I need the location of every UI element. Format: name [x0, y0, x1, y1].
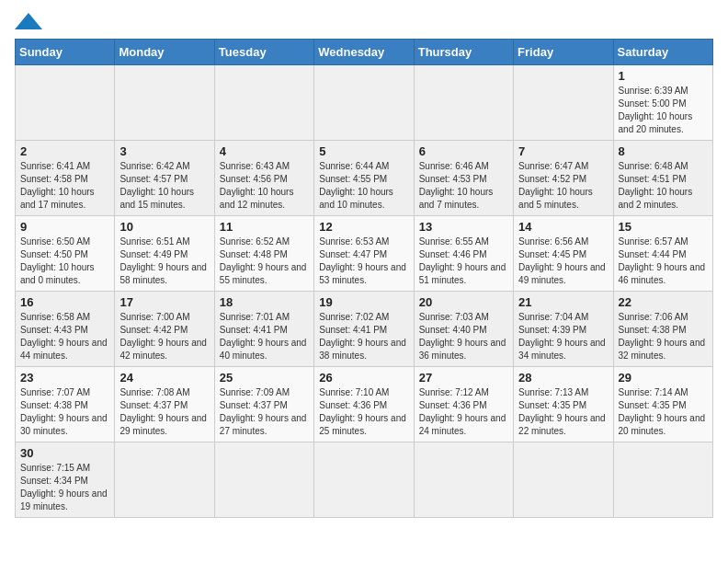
week-row-3: 9Sunrise: 6:50 AM Sunset: 4:50 PM Daylig… — [16, 216, 713, 292]
day-info: Sunrise: 7:07 AM Sunset: 4:38 PM Dayligh… — [20, 386, 109, 438]
calendar-cell: 9Sunrise: 6:50 AM Sunset: 4:50 PM Daylig… — [16, 216, 115, 292]
page: SundayMondayTuesdayWednesdayThursdayFrid… — [0, 0, 728, 533]
calendar-cell — [214, 442, 313, 518]
day-number: 15 — [619, 220, 708, 234]
calendar-cell — [514, 65, 613, 141]
calendar-cell: 10Sunrise: 6:51 AM Sunset: 4:49 PM Dayli… — [115, 216, 214, 292]
calendar-cell — [314, 65, 414, 141]
calendar-cell: 27Sunrise: 7:12 AM Sunset: 4:36 PM Dayli… — [414, 367, 513, 442]
day-info: Sunrise: 6:47 AM Sunset: 4:52 PM Dayligh… — [518, 160, 608, 212]
calendar-cell: 6Sunrise: 6:46 AM Sunset: 4:53 PM Daylig… — [414, 141, 513, 216]
day-number: 4 — [220, 144, 309, 158]
calendar-cell: 11Sunrise: 6:52 AM Sunset: 4:48 PM Dayli… — [214, 216, 313, 292]
day-number: 7 — [518, 144, 608, 158]
week-row-5: 23Sunrise: 7:07 AM Sunset: 4:38 PM Dayli… — [16, 367, 713, 442]
calendar-cell: 8Sunrise: 6:48 AM Sunset: 4:51 PM Daylig… — [613, 141, 712, 216]
day-number: 12 — [319, 220, 408, 234]
calendar-header: SundayMondayTuesdayWednesdayThursdayFrid… — [16, 40, 713, 65]
calendar-cell: 25Sunrise: 7:09 AM Sunset: 4:37 PM Dayli… — [214, 367, 313, 442]
day-number: 28 — [518, 371, 608, 385]
calendar-cell: 24Sunrise: 7:08 AM Sunset: 4:37 PM Dayli… — [115, 367, 214, 442]
day-number: 24 — [119, 371, 209, 385]
calendar-cell: 18Sunrise: 7:01 AM Sunset: 4:41 PM Dayli… — [214, 292, 313, 367]
day-info: Sunrise: 6:41 AM Sunset: 4:58 PM Dayligh… — [20, 160, 109, 212]
day-number: 30 — [20, 446, 109, 460]
calendar-body: 1Sunrise: 6:39 AM Sunset: 5:00 PM Daylig… — [16, 65, 713, 518]
calendar-cell: 28Sunrise: 7:13 AM Sunset: 4:35 PM Dayli… — [514, 367, 613, 442]
day-info: Sunrise: 6:43 AM Sunset: 4:56 PM Dayligh… — [220, 160, 309, 212]
day-number: 20 — [419, 295, 508, 309]
header — [15, 15, 713, 29]
calendar-cell: 19Sunrise: 7:02 AM Sunset: 4:41 PM Dayli… — [314, 292, 414, 367]
calendar-cell — [16, 65, 115, 141]
calendar-cell: 29Sunrise: 7:14 AM Sunset: 4:35 PM Dayli… — [613, 367, 712, 442]
day-info: Sunrise: 7:06 AM Sunset: 4:38 PM Dayligh… — [619, 311, 708, 362]
calendar-cell: 30Sunrise: 7:15 AM Sunset: 4:34 PM Dayli… — [16, 442, 115, 518]
day-info: Sunrise: 7:02 AM Sunset: 4:41 PM Dayligh… — [319, 311, 408, 362]
day-info: Sunrise: 6:46 AM Sunset: 4:53 PM Dayligh… — [419, 160, 508, 212]
day-number: 22 — [619, 295, 708, 309]
day-number: 29 — [619, 371, 708, 385]
calendar-cell: 22Sunrise: 7:06 AM Sunset: 4:38 PM Dayli… — [613, 292, 712, 367]
weekday-header-friday: Friday — [514, 40, 613, 65]
svg-marker-0 — [15, 13, 42, 29]
calendar-cell — [414, 442, 513, 518]
day-number: 17 — [119, 295, 209, 309]
calendar-cell: 17Sunrise: 7:00 AM Sunset: 4:42 PM Dayli… — [115, 292, 214, 367]
day-number: 5 — [319, 144, 408, 158]
day-number: 18 — [220, 295, 309, 309]
calendar-cell: 5Sunrise: 6:44 AM Sunset: 4:55 PM Daylig… — [314, 141, 414, 216]
weekday-header-thursday: Thursday — [414, 40, 513, 65]
calendar-cell: 20Sunrise: 7:03 AM Sunset: 4:40 PM Dayli… — [414, 292, 513, 367]
day-info: Sunrise: 6:56 AM Sunset: 4:45 PM Dayligh… — [518, 236, 608, 287]
calendar-cell — [314, 442, 414, 518]
weekday-header-sunday: Sunday — [16, 40, 115, 65]
day-info: Sunrise: 7:13 AM Sunset: 4:35 PM Dayligh… — [518, 386, 608, 438]
week-row-1: 1Sunrise: 6:39 AM Sunset: 5:00 PM Daylig… — [16, 65, 713, 141]
day-info: Sunrise: 7:12 AM Sunset: 4:36 PM Dayligh… — [419, 386, 508, 438]
day-number: 27 — [419, 371, 508, 385]
day-number: 8 — [619, 144, 708, 158]
day-info: Sunrise: 7:01 AM Sunset: 4:41 PM Dayligh… — [220, 311, 309, 362]
calendar-cell — [613, 442, 712, 518]
weekday-row: SundayMondayTuesdayWednesdayThursdayFrid… — [16, 40, 713, 65]
calendar-cell: 14Sunrise: 6:56 AM Sunset: 4:45 PM Dayli… — [514, 216, 613, 292]
calendar-cell: 4Sunrise: 6:43 AM Sunset: 4:56 PM Daylig… — [214, 141, 313, 216]
day-info: Sunrise: 6:39 AM Sunset: 5:00 PM Dayligh… — [619, 85, 708, 136]
weekday-header-monday: Monday — [115, 40, 214, 65]
calendar-cell: 23Sunrise: 7:07 AM Sunset: 4:38 PM Dayli… — [16, 367, 115, 442]
day-info: Sunrise: 6:48 AM Sunset: 4:51 PM Dayligh… — [619, 160, 708, 212]
calendar-cell: 13Sunrise: 6:55 AM Sunset: 4:46 PM Dayli… — [414, 216, 513, 292]
day-info: Sunrise: 6:51 AM Sunset: 4:49 PM Dayligh… — [119, 236, 209, 287]
week-row-2: 2Sunrise: 6:41 AM Sunset: 4:58 PM Daylig… — [16, 141, 713, 216]
weekday-header-wednesday: Wednesday — [314, 40, 414, 65]
calendar-cell: 15Sunrise: 6:57 AM Sunset: 4:44 PM Dayli… — [613, 216, 712, 292]
day-number: 10 — [119, 220, 209, 234]
day-number: 6 — [419, 144, 508, 158]
calendar-cell: 3Sunrise: 6:42 AM Sunset: 4:57 PM Daylig… — [115, 141, 214, 216]
day-info: Sunrise: 6:53 AM Sunset: 4:47 PM Dayligh… — [319, 236, 408, 287]
calendar-cell: 16Sunrise: 6:58 AM Sunset: 4:43 PM Dayli… — [16, 292, 115, 367]
week-row-4: 16Sunrise: 6:58 AM Sunset: 4:43 PM Dayli… — [16, 292, 713, 367]
day-number: 23 — [20, 371, 109, 385]
logo-triangle-icon — [15, 13, 42, 29]
day-number: 3 — [119, 144, 209, 158]
day-info: Sunrise: 6:58 AM Sunset: 4:43 PM Dayligh… — [20, 311, 109, 362]
day-info: Sunrise: 6:52 AM Sunset: 4:48 PM Dayligh… — [220, 236, 309, 287]
calendar-cell — [414, 65, 513, 141]
day-number: 16 — [20, 295, 109, 309]
day-info: Sunrise: 7:14 AM Sunset: 4:35 PM Dayligh… — [619, 386, 708, 438]
day-number: 2 — [20, 144, 109, 158]
day-info: Sunrise: 6:57 AM Sunset: 4:44 PM Dayligh… — [619, 236, 708, 287]
day-number: 21 — [518, 295, 608, 309]
day-number: 11 — [220, 220, 309, 234]
day-info: Sunrise: 6:42 AM Sunset: 4:57 PM Dayligh… — [119, 160, 209, 212]
day-number: 1 — [619, 69, 708, 83]
day-number: 25 — [220, 371, 309, 385]
week-row-6: 30Sunrise: 7:15 AM Sunset: 4:34 PM Dayli… — [16, 442, 713, 518]
logo-text-block — [15, 15, 42, 29]
calendar-cell: 2Sunrise: 6:41 AM Sunset: 4:58 PM Daylig… — [16, 141, 115, 216]
day-number: 26 — [319, 371, 408, 385]
day-number: 19 — [319, 295, 408, 309]
day-info: Sunrise: 7:15 AM Sunset: 4:34 PM Dayligh… — [20, 462, 109, 513]
